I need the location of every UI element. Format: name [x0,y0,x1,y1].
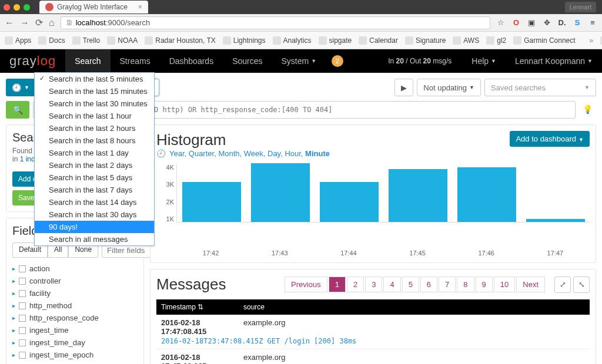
granularity-week[interactable]: Week [244,149,263,158]
field-checkbox[interactable] [19,339,26,346]
reload-button[interactable]: ⟳ [35,17,43,28]
bookmark-garmin[interactable]: Garmin Connect [513,36,575,45]
field-checkbox[interactable] [19,265,26,272]
bookmark-signature[interactable]: Signature [405,36,446,45]
timerange-option[interactable]: 90 days! [35,221,154,233]
field-checkbox[interactable] [19,290,26,297]
timerange-option[interactable]: Search in the last 8 hours [35,134,154,147]
bookmark-gl2[interactable]: gl2 [486,36,506,45]
nav-search[interactable]: Search [65,49,110,73]
timerange-option[interactable]: Search in the last 30 days [35,208,154,221]
index-link[interactable]: 1 ind [20,155,35,163]
timerange-option[interactable]: Search in the last 7 days [35,184,154,196]
s-ext-icon[interactable]: S [573,18,582,28]
granularity-quarter[interactable]: Quarter [189,149,214,158]
browser-tab[interactable]: Graylog Web Interface × [39,1,148,14]
granularity-year[interactable]: Year [169,149,185,158]
pager-3[interactable]: 3 [365,277,382,292]
saved-searches-select[interactable]: Saved searches▼ [484,79,596,96]
expand-icon[interactable]: ▸ [12,315,15,321]
granularity-day[interactable]: Day [267,149,280,158]
histogram-bar[interactable] [182,182,241,222]
field-checkbox[interactable] [19,302,26,309]
play-button[interactable]: ▶ [394,79,413,96]
bookmark-analytics[interactable]: Analytics [273,36,312,45]
search-button[interactable]: 🔍 [6,101,29,119]
field-checkbox[interactable] [19,315,26,322]
expand-icon[interactable]: ▸ [12,302,15,309]
expand-icon[interactable]: ▸ [12,278,15,284]
add-to-dashboard-button[interactable]: Add to dashboard▼ [510,131,590,147]
timerange-option[interactable]: Search in the last 30 minutes [35,97,154,110]
timerange-option[interactable]: Search in all messages [35,233,154,245]
menu-icon[interactable]: ≡ [588,18,597,28]
histogram-bar[interactable] [251,163,310,222]
timerange-option[interactable]: Search in the last 1 hour [35,110,154,122]
forward-button[interactable]: → [20,18,29,28]
pager-8[interactable]: 8 [457,277,474,292]
minimize-window-icon[interactable] [14,4,20,11]
nav-streams[interactable]: Streams [111,49,160,73]
histogram-bar[interactable] [526,219,585,222]
pager-previous[interactable]: Previous [285,277,327,292]
maximize-window-icon[interactable] [24,4,30,11]
granularity-month[interactable]: Month [218,149,239,158]
expand-icon[interactable]: ▸ [12,265,15,272]
home-button[interactable]: ⌂ [49,18,55,28]
overflow-icon[interactable]: » [590,36,594,45]
pager-4[interactable]: 4 [383,277,400,292]
field-checkbox[interactable] [19,327,26,334]
histogram-bar[interactable] [320,182,379,222]
nav-user[interactable]: Lennart Koopmann▼ [506,49,602,73]
bookmark-sipgate[interactable]: sipgate [319,36,352,45]
timerange-option[interactable]: Search in the last 1 day [35,147,154,159]
field-checkbox[interactable] [19,278,26,285]
timerange-option[interactable]: Search in the last 2 days [35,159,154,171]
profile-button[interactable]: Lennart [565,2,596,12]
pager-5[interactable]: 5 [402,277,419,292]
apps-shortcut[interactable]: Apps [5,36,31,45]
notif-badge[interactable]: 2 [332,55,343,67]
expand-icon[interactable]: ▸ [12,352,15,358]
move-ext-icon[interactable]: ✥ [542,18,551,28]
pager-9[interactable]: 9 [476,277,493,292]
tab-close-icon[interactable]: × [138,3,142,11]
pager-10[interactable]: 10 [494,277,515,292]
timerange-option[interactable]: Search in the last 5 days [35,171,154,184]
nav-system[interactable]: System▼ [272,49,326,73]
collapse-icon[interactable]: ⤡ [573,277,590,293]
bookmark-trello[interactable]: Trello [72,36,101,45]
timerange-option[interactable]: Search in the last 2 hours [35,122,154,134]
expand-icon[interactable]: ▸ [12,327,15,333]
sort-icon[interactable]: ⇅ [198,303,203,311]
expand-icon[interactable]: ▸ [12,290,15,296]
pager-2[interactable]: 2 [347,277,364,292]
histogram-bar[interactable] [457,167,516,222]
bookmark-radar[interactable]: Radar Houston, TX [145,36,216,45]
close-window-icon[interactable] [4,4,10,11]
d-ext-icon[interactable]: D. [557,18,567,28]
back-button[interactable]: ← [5,18,14,28]
histogram-bar[interactable] [389,169,447,222]
nav-help[interactable]: Help▼ [462,49,506,73]
lightbulb-icon[interactable]: 💡 [579,101,596,119]
bookmark-calendar[interactable]: Calendar [359,36,398,45]
page-info-icon[interactable]: 🗎 [66,18,73,27]
pager-6[interactable]: 6 [420,277,437,292]
bookmark-noaa[interactable]: NOAA [107,36,138,45]
granularity-minute[interactable]: Minute [305,149,330,158]
bookmark-aws[interactable]: AWS [453,36,479,45]
pager-7[interactable]: 7 [439,277,456,292]
url-input[interactable]: 🗎 localhost:9000/search [61,16,490,29]
pager-1[interactable]: 1 [329,277,346,292]
nav-sources[interactable]: Sources [223,49,272,73]
bookmark-docs[interactable]: Docs [38,36,65,45]
table-row[interactable]: 2016-02-18 17:47:08.365example.org2016-0… [156,349,590,364]
timerange-option[interactable]: Search in the last 5 minutes [35,73,154,85]
star-icon[interactable]: ☆ [496,18,506,28]
refresh-mode-button[interactable]: Not updating▼ [417,79,481,96]
granularity-hour[interactable]: Hour [285,149,300,158]
brand-logo[interactable]: graylog [0,53,65,69]
timerange-option[interactable]: Search in the last 15 minutes [35,85,154,97]
timerange-type-button[interactable]: 🕘▼ [6,79,35,96]
